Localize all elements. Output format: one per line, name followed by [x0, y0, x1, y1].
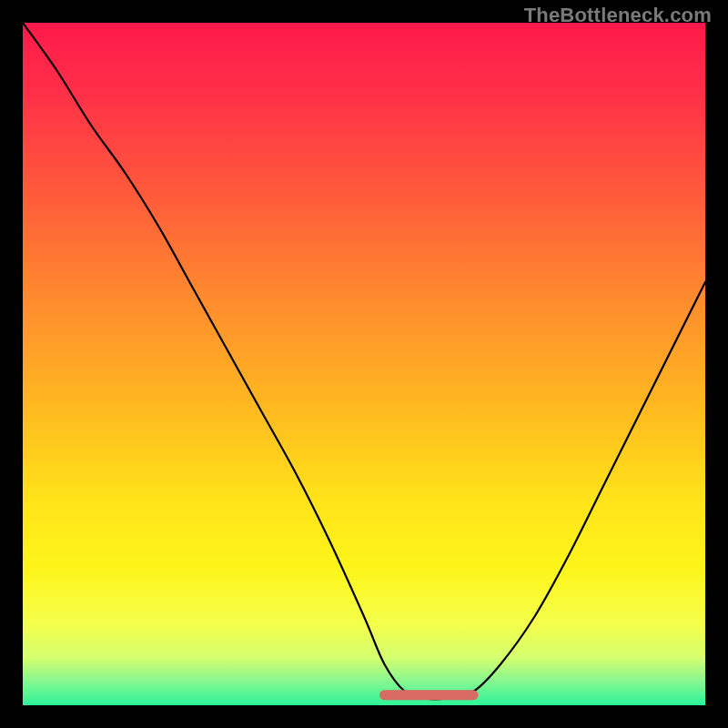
- gradient-background: [23, 23, 705, 705]
- plot-area: [23, 23, 705, 705]
- bottleneck-chart: [23, 23, 705, 705]
- chart-frame: TheBottleneck.com: [0, 0, 728, 728]
- watermark-text: TheBottleneck.com: [524, 4, 712, 27]
